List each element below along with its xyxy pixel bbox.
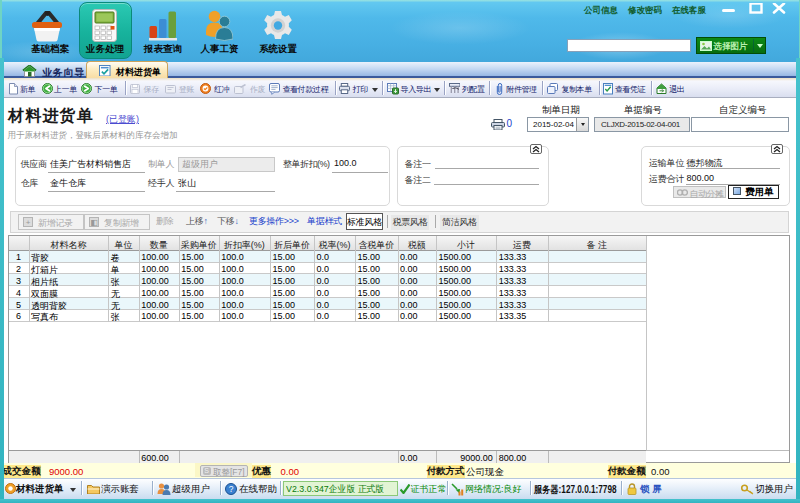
svg-text:?: ? <box>229 484 234 494</box>
